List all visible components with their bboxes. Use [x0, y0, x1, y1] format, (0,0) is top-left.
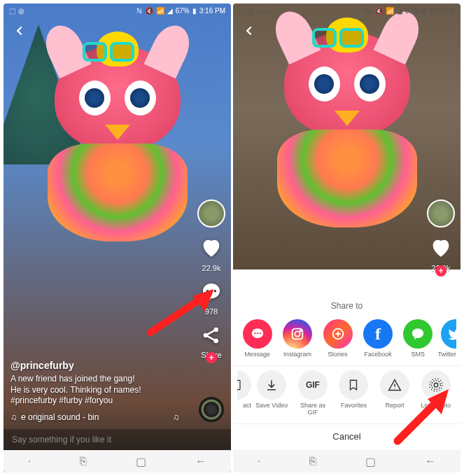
status-bar: ⬚ ◎ ▭ ▭ ℕ 🔇 📶 ◢ 67% ▮ 3:16 PM	[233, 4, 461, 18]
mute-icon: 🔇	[145, 7, 153, 15]
share-row-actions: act Save Video GIFShare as GIF Favorites…	[233, 370, 461, 416]
nav-recents[interactable]: ⎘	[309, 455, 316, 468]
android-nav-bar: · ⎘ ▢ ←	[233, 450, 461, 472]
music-small-icon: ♫	[173, 412, 179, 422]
gif-icon: GIF	[298, 370, 328, 400]
share-twitter[interactable]: Twitter	[438, 319, 456, 358]
author-avatar[interactable]: +	[427, 200, 455, 227]
nav-recents[interactable]: ⎘	[80, 455, 87, 468]
share-label: Instagram	[283, 351, 311, 358]
comment-input[interactable]: Say something if you like it	[3, 429, 231, 450]
stories-icon	[323, 319, 353, 349]
share-label: act	[243, 402, 251, 410]
share-label: Favorites	[341, 402, 367, 410]
svg-point-1	[206, 290, 209, 292]
nav-home[interactable]: ▢	[136, 455, 146, 468]
nav-back[interactable]: ←	[195, 455, 206, 468]
signal-icon: ◢	[167, 7, 173, 15]
phone-right-share-sheet: ⬚ ◎ ▭ ▭ ℕ 🔇 📶 ◢ 67% ▮ 3:16 PM + 22.9k	[233, 4, 461, 472]
comment-icon	[200, 281, 223, 306]
share-label: Stories	[328, 351, 348, 358]
share-report[interactable]: Report	[374, 370, 416, 416]
back-button[interactable]	[241, 23, 257, 41]
share-favorites[interactable]: Favorites	[333, 370, 374, 416]
nav-dot[interactable]: ·	[258, 455, 260, 468]
svg-rect-17	[237, 381, 240, 390]
status-icon: ◎	[18, 7, 24, 15]
video-username[interactable]: @princefurby	[10, 360, 182, 371]
music-label: e original sound - bin	[21, 412, 99, 422]
share-label: Twitter	[438, 351, 456, 358]
video-caption[interactable]: A new friend has joined the gang! He is …	[10, 374, 182, 407]
status-bar: ⬚ ◎ ℕ 🔇 📶 ◢ 67% ▮ 3:16 PM	[3, 4, 231, 18]
svg-point-2	[210, 290, 212, 292]
share-icon	[200, 324, 223, 349]
share-sheet: Share to Message Instagram Stories fFace…	[233, 293, 461, 450]
share-gif[interactable]: GIFShare as GIF	[293, 370, 334, 416]
android-nav-bar: · ⎘ ▢ ←	[3, 450, 231, 472]
status-icon: ⬚	[239, 7, 245, 15]
like-button[interactable]: 22.9k	[199, 236, 223, 272]
share-live-photo[interactable]: Live Photo	[415, 370, 456, 416]
share-row-apps: Message Instagram Stories fFacebook SMS …	[233, 319, 461, 358]
clock: 3:16 PM	[429, 7, 455, 15]
share-label: Facebook	[364, 351, 392, 358]
share-label: Live Photo	[421, 402, 451, 410]
wifi-icon: 📶	[156, 7, 164, 15]
share-message[interactable]: Message	[237, 319, 277, 358]
music-note-icon: ♫	[10, 412, 17, 422]
sms-icon	[403, 319, 433, 349]
svg-point-16	[412, 329, 424, 339]
share-action-cut[interactable]: act	[237, 370, 251, 416]
svg-point-14	[300, 330, 302, 332]
bookmark-icon	[339, 370, 368, 400]
like-count: 22.9k	[202, 264, 221, 272]
cancel-button[interactable]: Cancel	[233, 424, 461, 444]
spinning-disc[interactable]	[199, 397, 224, 422]
nav-dot[interactable]: ·	[28, 455, 31, 468]
follow-plus-icon[interactable]: +	[206, 352, 217, 363]
nfc-icon: ℕ	[366, 7, 372, 15]
share-label: SMS	[412, 351, 426, 358]
action-icon	[237, 370, 251, 400]
svg-point-11	[259, 332, 260, 334]
share-sms[interactable]: SMS	[398, 319, 438, 358]
music-info[interactable]: ♫ e original sound - bin ♫	[10, 412, 182, 422]
share-label: Report	[386, 402, 405, 410]
battery-icon: ▮	[192, 7, 197, 15]
share-save-video[interactable]: Save Video	[251, 370, 293, 416]
heart-icon	[429, 236, 453, 262]
svg-point-19	[431, 381, 440, 390]
live-photo-icon	[421, 370, 451, 400]
share-stories[interactable]: Stories	[318, 319, 358, 358]
comment-placeholder: Say something if you like it	[12, 435, 111, 444]
nfc-icon: ℕ	[136, 7, 142, 15]
signal-icon: ◢	[397, 7, 402, 15]
share-instagram[interactable]: Instagram	[277, 319, 317, 358]
nav-home[interactable]: ▢	[365, 455, 376, 468]
comment-button[interactable]: 978	[200, 281, 223, 316]
download-icon	[257, 370, 286, 400]
mute-icon: 🔇	[374, 7, 383, 15]
message-icon	[243, 319, 272, 349]
battery-percent: 67%	[405, 7, 419, 15]
svg-point-18	[434, 383, 438, 387]
share-title: Share to	[233, 301, 461, 311]
comment-count: 978	[205, 307, 218, 316]
clock: 3:16 PM	[199, 7, 225, 15]
back-button[interactable]	[12, 23, 27, 41]
warning-icon	[380, 370, 409, 400]
twitter-icon	[441, 319, 456, 349]
share-label: Share as GIF	[300, 402, 325, 416]
facebook-icon: f	[363, 319, 393, 349]
author-avatar[interactable]: +	[197, 200, 225, 227]
status-icon: ▭	[257, 7, 263, 15]
svg-point-10	[257, 332, 258, 334]
instagram-icon	[283, 319, 312, 349]
svg-point-3	[214, 290, 216, 292]
battery-icon: ▮	[422, 7, 426, 15]
share-facebook[interactable]: fFacebook	[358, 319, 398, 358]
svg-point-9	[254, 332, 255, 334]
nav-back[interactable]: ←	[425, 455, 436, 468]
heart-icon	[199, 236, 223, 262]
